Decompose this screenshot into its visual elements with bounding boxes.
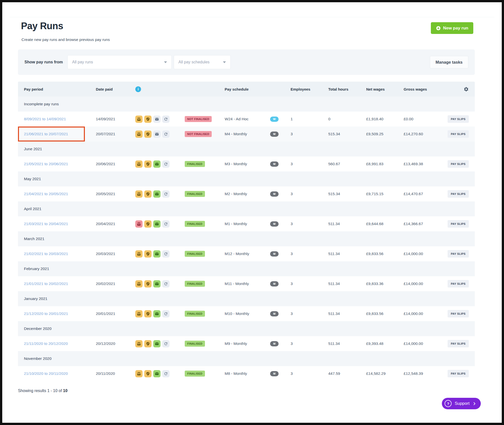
pay-schedules-dropdown-value: All pay schedules	[178, 60, 210, 64]
sync-icon[interactable]	[162, 280, 169, 287]
support-button[interactable]: ? Support	[442, 398, 481, 409]
schedule-frequency-badge: M	[270, 281, 279, 286]
pay-period-link[interactable]: 21/05/2021 to 20/06/2021	[24, 162, 68, 166]
date-paid: 20/11/2020	[96, 371, 135, 376]
employees-count: 3	[291, 192, 328, 196]
total-hours: 511.34	[328, 282, 366, 286]
email-icon[interactable]	[153, 116, 161, 123]
email-icon[interactable]	[153, 220, 161, 228]
manage-tasks-button[interactable]: Manage tasks	[430, 56, 468, 68]
sync-icon[interactable]	[162, 131, 169, 138]
pay-period-link[interactable]: 21/11/2020 to 20/12/2020	[24, 341, 68, 346]
payments-icon[interactable]	[135, 131, 143, 138]
payments-icon[interactable]	[135, 280, 143, 287]
payments-icon[interactable]	[135, 310, 143, 317]
sync-icon[interactable]	[162, 220, 169, 228]
employees-count: 3	[291, 162, 328, 166]
gear-icon[interactable]	[464, 87, 469, 92]
total-hours: 447.59	[328, 371, 366, 376]
pay-period-link[interactable]: 21/01/2021 to 20/02/2021	[24, 282, 68, 286]
payments-icon[interactable]	[135, 370, 143, 377]
pay-slips-button[interactable]: PAY SLIPS	[448, 340, 469, 347]
sync-icon[interactable]	[162, 190, 169, 198]
pay-slips-button[interactable]: PAY SLIPS	[448, 160, 469, 168]
sync-icon[interactable]	[162, 370, 169, 377]
pay-runs-dropdown[interactable]: All pay runs	[67, 55, 172, 69]
employees-count: 3	[291, 341, 328, 346]
pay-slips-button[interactable]: PAY SLIPS	[448, 190, 469, 198]
sync-icon[interactable]	[162, 340, 169, 347]
filter-bar: Show pay runs from All pay runs All pay …	[18, 49, 475, 75]
schedule-frequency-badge: M	[270, 132, 279, 137]
payments-icon[interactable]	[135, 190, 143, 198]
pay-run-row: 21/02/2021 to 20/03/202120/03/2021FINALI…	[18, 246, 475, 261]
sync-icon[interactable]	[162, 116, 169, 123]
pension-icon[interactable]	[144, 190, 152, 198]
pay-period-link[interactable]: 21/02/2021 to 20/03/2021	[24, 252, 68, 256]
total-hours: 0	[328, 117, 366, 121]
pay-schedules-dropdown[interactable]: All pay schedules	[174, 55, 231, 69]
payments-icon[interactable]	[135, 220, 143, 228]
caret-down-icon	[223, 61, 226, 63]
pay-period-link[interactable]: 21/12/2020 to 20/01/2021	[24, 311, 68, 316]
pay-period-link[interactable]: 21/10/2020 to 20/11/2020	[24, 371, 68, 376]
schedule-frequency-badge: M	[270, 371, 279, 376]
page-title: Pay Runs	[21, 21, 110, 31]
plus-circle-icon	[436, 26, 441, 31]
total-hours: 511.34	[328, 222, 366, 226]
section-label: April 2021	[24, 207, 469, 211]
column-gross-wages: Gross wages	[404, 87, 448, 91]
sync-icon[interactable]	[162, 160, 169, 168]
pension-icon[interactable]	[144, 310, 152, 317]
email-icon[interactable]	[153, 340, 161, 347]
sync-icon[interactable]	[162, 250, 169, 258]
pay-slips-button[interactable]: PAY SLIPS	[448, 115, 469, 123]
section-header-row: February 2021	[18, 261, 475, 276]
pay-period-link[interactable]: 21/04/2021 to 20/05/2021	[24, 192, 68, 196]
sync-icon[interactable]	[162, 310, 169, 317]
payments-icon[interactable]	[135, 160, 143, 168]
email-icon[interactable]	[153, 160, 161, 168]
pension-icon[interactable]	[144, 340, 152, 347]
net-wages: £9,833.36	[366, 282, 404, 286]
gross-wages: £14,000.00	[404, 311, 448, 316]
date-paid: 20/05/2021	[96, 192, 135, 196]
pension-icon[interactable]	[144, 370, 152, 377]
info-icon[interactable]: i	[135, 86, 141, 92]
pay-period-link[interactable]: 8/09/2021 to 14/09/2021	[24, 117, 66, 121]
pay-period-link[interactable]: 21/03/2021 to 20/04/2021	[24, 222, 68, 226]
pay-slips-button[interactable]: PAY SLIPS	[448, 250, 469, 258]
schedule-frequency-badge: M	[270, 221, 279, 227]
pay-slips-button[interactable]: PAY SLIPS	[448, 220, 469, 228]
payments-icon[interactable]	[135, 116, 143, 123]
section-header-row: January 2021	[18, 291, 475, 306]
pension-icon[interactable]	[144, 160, 152, 168]
pay-slips-button[interactable]: PAY SLIPS	[448, 310, 469, 317]
employees-count: 3	[291, 132, 328, 136]
email-icon[interactable]	[153, 370, 161, 377]
status-badge: FINALISED	[185, 191, 205, 197]
pay-slips-button[interactable]: PAY SLIPS	[448, 280, 469, 287]
pension-icon[interactable]	[144, 250, 152, 258]
schedule-frequency-badge: M	[270, 191, 279, 197]
email-icon[interactable]	[153, 310, 161, 317]
pay-period-link[interactable]: 21/06/2021 to 20/07/2021	[24, 132, 68, 136]
pension-icon[interactable]	[144, 220, 152, 228]
pension-icon[interactable]	[144, 116, 152, 123]
email-icon[interactable]	[153, 280, 161, 287]
payments-icon[interactable]	[135, 340, 143, 347]
section-label: December 2020	[24, 326, 469, 331]
net-wages: £9,833.56	[366, 311, 404, 316]
pay-slips-button[interactable]: PAY SLIPS	[448, 370, 469, 377]
pension-icon[interactable]	[144, 131, 152, 138]
email-icon[interactable]	[153, 250, 161, 258]
pay-slips-button[interactable]: PAY SLIPS	[448, 130, 469, 138]
support-label: Support	[455, 401, 470, 406]
email-icon[interactable]	[153, 190, 161, 198]
status-icons	[135, 310, 185, 317]
gross-wages: £14,000.00	[404, 282, 448, 286]
email-icon[interactable]	[153, 131, 161, 138]
payments-icon[interactable]	[135, 250, 143, 258]
new-pay-run-button[interactable]: New pay run	[431, 22, 473, 34]
pension-icon[interactable]	[144, 280, 152, 287]
